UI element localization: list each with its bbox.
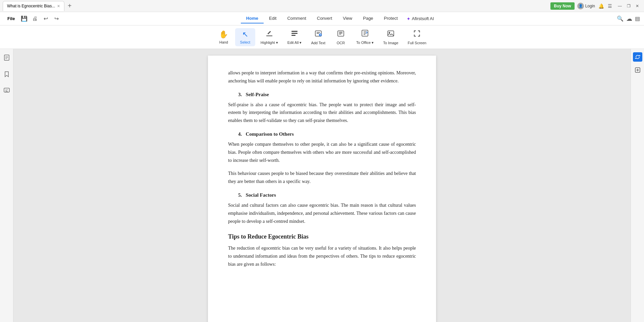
- hand-tool[interactable]: ✋ Hand: [214, 28, 234, 46]
- section-4: 4. Comparison to Others When people comp…: [228, 131, 416, 186]
- redo-icon[interactable]: ↪: [52, 14, 61, 23]
- title-bar: What is Egnocentric Bias... × + Buy Now …: [0, 0, 644, 12]
- section-5: 5. Social Factors Social and cultural fa…: [228, 192, 416, 225]
- ocr-label: OCR: [337, 41, 345, 45]
- edit-all-tool[interactable]: Edit All ▾: [283, 27, 306, 47]
- tab-page[interactable]: Page: [358, 14, 378, 23]
- notification-icon[interactable]: 🔔: [598, 3, 604, 9]
- full-screen-label: Full Screen: [408, 41, 427, 45]
- search-icon[interactable]: 🔍: [617, 15, 624, 22]
- section-3-heading: 3. Self-Praise: [238, 92, 416, 98]
- restore-button[interactable]: ❐: [625, 2, 633, 10]
- sync-icon[interactable]: [633, 52, 642, 62]
- window-controls: — ❐ ✕: [616, 2, 641, 10]
- add-text-label: Add Text: [311, 41, 325, 45]
- right-sidebar-icon-1[interactable]: [633, 66, 642, 76]
- afirstsoft-label: Afirstsoft AI: [412, 16, 434, 21]
- full-screen-icon: [413, 29, 421, 40]
- close-button[interactable]: ✕: [633, 2, 641, 10]
- main-layout: allows people to interpret information i…: [0, 49, 644, 322]
- tab-close-button[interactable]: ×: [57, 3, 60, 9]
- to-image-label: To Image: [383, 41, 398, 45]
- file-menu[interactable]: File: [4, 15, 18, 22]
- afirstsoft-ai-button[interactable]: ✦ Afirstsoft AI: [403, 15, 437, 23]
- tab-protect[interactable]: Protect: [379, 14, 403, 23]
- highlight-tool[interactable]: Highlight ▾: [257, 27, 282, 47]
- menu-bar: File 💾 🖨 ↩ ↪ Home Edit Comment Convert V…: [0, 12, 644, 25]
- buy-now-button[interactable]: Buy Now: [550, 2, 574, 10]
- tab-convert[interactable]: Convert: [312, 14, 338, 23]
- document-tab[interactable]: What is Egnocentric Bias... ×: [3, 1, 64, 11]
- minimize-button[interactable]: —: [616, 2, 624, 10]
- main-paragraph: The reduction of egocentric bias can be …: [228, 244, 416, 268]
- tab-area: What is Egnocentric Bias... × +: [3, 1, 548, 11]
- edit-all-label: Edit All ▾: [287, 41, 302, 45]
- section-3: 3. Self-Praise Self-praise is also a cau…: [228, 92, 416, 125]
- hand-icon: ✋: [219, 30, 228, 39]
- panel-icon[interactable]: ▤: [635, 15, 640, 22]
- to-office-icon: [361, 29, 369, 39]
- to-image-tool[interactable]: To Image: [379, 27, 402, 47]
- sidebar-pages-icon[interactable]: [1, 52, 12, 65]
- save-icon[interactable]: 💾: [19, 14, 29, 23]
- add-text-icon: [314, 29, 322, 40]
- login-label: Login: [585, 4, 595, 8]
- cloud-icon[interactable]: ☁: [626, 15, 632, 22]
- highlight-icon: [265, 29, 273, 39]
- login-area[interactable]: 👤 Login: [577, 3, 595, 9]
- ocr-icon: [337, 29, 345, 40]
- right-sidebar: [631, 49, 644, 322]
- select-label: Select: [240, 40, 251, 44]
- main-heading: Tips to Reduce Egocentric Bias: [228, 233, 416, 240]
- hand-label: Hand: [219, 40, 228, 44]
- to-office-label: To Office ▾: [356, 41, 374, 45]
- title-bar-right: Buy Now 👤 Login 🔔 ☰ — ❐ ✕: [550, 2, 641, 10]
- section-5-para-1: Social and cultural factors can also cau…: [228, 201, 416, 225]
- edit-all-icon: [290, 29, 299, 39]
- to-office-tool[interactable]: To Office ▾: [352, 27, 378, 47]
- title-bar-icons: 🔔 ☰: [598, 3, 613, 9]
- sidebar-comment-icon[interactable]: [1, 85, 12, 98]
- svg-point-8: [389, 32, 390, 33]
- ai-star-icon: ✦: [407, 16, 411, 21]
- tab-view[interactable]: View: [337, 14, 358, 23]
- svg-rect-0: [291, 31, 298, 32]
- ocr-tool[interactable]: OCR: [331, 27, 351, 47]
- svg-rect-1: [291, 33, 298, 34]
- tab-comment[interactable]: Comment: [282, 14, 311, 23]
- highlight-label: Highlight ▾: [261, 41, 278, 45]
- tab-edit[interactable]: Edit: [264, 14, 282, 23]
- section-4-heading: 4. Comparison to Others: [238, 131, 416, 137]
- menu-bar-right: 🔍 ☁ ▤: [617, 15, 640, 22]
- add-text-tool[interactable]: Add Text: [307, 27, 329, 47]
- print-icon[interactable]: 🖨: [30, 14, 40, 23]
- to-image-icon: [387, 29, 395, 40]
- select-icon: ↖: [242, 30, 248, 39]
- intro-text: allows people to interpret information i…: [228, 69, 416, 85]
- section-5-heading: 5. Social Factors: [238, 192, 416, 198]
- tab-home[interactable]: Home: [241, 14, 264, 23]
- svg-rect-7: [388, 31, 394, 36]
- section-4-para-2: This behaviour causes people to be biase…: [228, 170, 416, 186]
- svg-rect-2: [291, 35, 296, 36]
- select-tool[interactable]: ↖ Select: [235, 28, 255, 46]
- svg-rect-5: [338, 31, 344, 36]
- left-sidebar: [0, 49, 13, 322]
- hamburger-icon[interactable]: ☰: [606, 3, 613, 9]
- menu-bar-left: File 💾 🖨 ↩ ↪: [4, 14, 61, 23]
- document-area: allows people to interpret information i…: [13, 49, 631, 322]
- toolbar: ✋ Hand ↖ Select Highlight ▾ Edit All ▾: [0, 25, 644, 49]
- menu-tabs: Home Edit Comment Convert View Page Prot…: [62, 14, 615, 23]
- new-tab-button[interactable]: +: [66, 2, 74, 10]
- sidebar-bookmark-icon[interactable]: [1, 69, 12, 81]
- section-3-para-1: Self-praise is also a cause of egocentri…: [228, 101, 416, 125]
- tab-label: What is Egnocentric Bias...: [7, 4, 55, 8]
- undo-icon[interactable]: ↩: [41, 14, 50, 23]
- section-4-para-1: When people compare themselves to other …: [228, 140, 416, 164]
- user-avatar: 👤: [577, 3, 584, 9]
- document-page: allows people to interpret information i…: [208, 56, 436, 322]
- full-screen-tool[interactable]: Full Screen: [404, 27, 431, 47]
